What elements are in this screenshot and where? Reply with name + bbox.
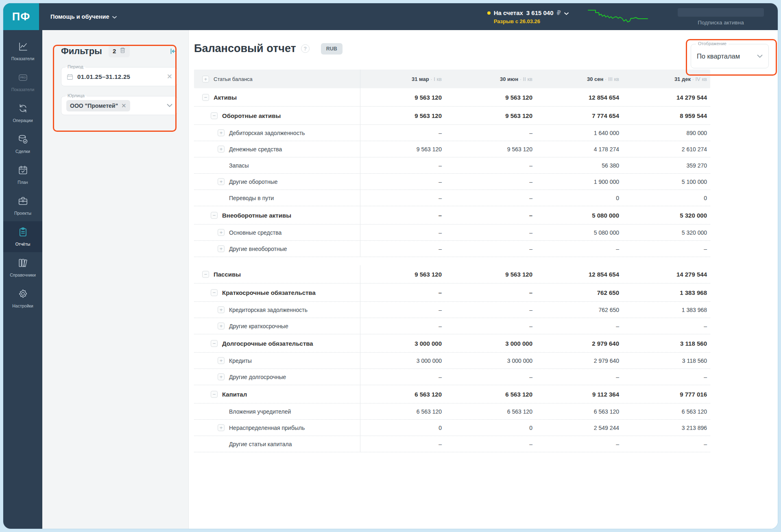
row-label: Другие краткосрочные xyxy=(229,323,288,329)
filters-count-badge[interactable]: 2 xyxy=(109,45,130,57)
expand-row-icon[interactable]: + xyxy=(218,373,225,380)
collapse-row-icon[interactable]: − xyxy=(211,391,218,398)
collapse-row-icon[interactable]: − xyxy=(202,94,209,101)
sidebar-item-handbooks[interactable]: Справочники xyxy=(3,252,42,283)
cell-value: 9 112 364 xyxy=(532,391,619,398)
expand-row-icon[interactable]: + xyxy=(218,424,225,431)
line-chart-icon xyxy=(17,41,28,53)
table-header-row: + Статьи баланса 31 мар · I кв30 июн · I… xyxy=(194,70,710,88)
help-menu-button[interactable]: Помощь и обучение xyxy=(50,13,117,20)
cell-value: 1 383 968 xyxy=(619,307,707,313)
row-label: Денежные средства xyxy=(229,146,282,153)
cell-value: 1 900 000 xyxy=(532,179,619,185)
expand-all-icon[interactable]: + xyxy=(202,76,209,83)
cell-value: – xyxy=(360,323,442,329)
collapse-row-icon[interactable]: − xyxy=(202,271,209,278)
cell-value: 2 979 640 xyxy=(532,340,619,347)
app-logo[interactable]: ПФ xyxy=(3,3,39,30)
chevron-down-icon[interactable] xyxy=(167,104,172,107)
sidebar-item-reports[interactable]: Отчёты xyxy=(3,221,42,252)
page-title: Балансовый отчет xyxy=(194,42,296,55)
sidebar-item-indicators[interactable]: Показатели xyxy=(3,36,42,67)
row-label: Другие внеоборотные xyxy=(229,246,287,252)
collapse-panel-icon[interactable] xyxy=(169,47,178,56)
sidebar-item-indicators-pro[interactable]: PROПоказатели xyxy=(3,67,42,98)
expand-row-icon[interactable]: + xyxy=(218,178,225,185)
sidebar-item-operations[interactable]: Операции xyxy=(3,98,42,129)
expand-row-icon[interactable]: + xyxy=(218,357,225,364)
cell-value: – xyxy=(360,307,442,313)
expand-row-icon[interactable]: + xyxy=(218,129,225,136)
svg-text:PRO: PRO xyxy=(20,76,26,79)
cell-value: 6 563 120 xyxy=(360,408,442,415)
report-main: Балансовый отчет ? RUB Отображение По кв… xyxy=(189,30,778,529)
cell-value: 6 563 120 xyxy=(442,391,532,398)
sidebar-item-deals[interactable]: Сделки xyxy=(3,129,42,159)
row-label: Вложения учредителей xyxy=(229,408,291,415)
cell-value: 9 563 120 xyxy=(360,94,442,101)
collapse-row-icon[interactable]: − xyxy=(211,289,218,296)
period-field[interactable]: Период 01.01.25–31.12.25 ✕ xyxy=(61,67,178,86)
sidebar-item-label: Справочники xyxy=(10,273,36,277)
cell-value: 5 080 000 xyxy=(532,212,619,219)
cell-value: – xyxy=(442,289,532,296)
topbar: ПФ Помощь и обучение На счетах 3 615 040… xyxy=(3,3,778,30)
cell-value: 6 563 120 xyxy=(442,408,532,415)
currency-badge[interactable]: RUB xyxy=(321,43,343,55)
expand-row-icon[interactable]: + xyxy=(218,306,225,313)
cell-value: – xyxy=(360,229,442,236)
table-row: −Капитал6 563 1206 563 1209 112 3649 777… xyxy=(194,385,710,403)
expand-row-icon[interactable]: + xyxy=(218,229,225,236)
collapse-row-icon[interactable]: − xyxy=(211,112,218,119)
cell-value: 0 xyxy=(619,195,707,201)
subscription-block: Подписка активна xyxy=(678,8,764,26)
display-mode-select[interactable]: Отображение По кварталам xyxy=(691,44,769,68)
table-row: +Денежные средства9 563 1209 563 1204 17… xyxy=(194,141,710,157)
cell-value: – xyxy=(442,374,532,380)
accounts-summary[interactable]: На счетах 3 615 040 ₽ Разрыв с 26.03.26 xyxy=(487,9,569,24)
subscription-status: Подписка активна xyxy=(698,20,744,26)
cell-value: 6 563 120 xyxy=(619,408,707,415)
cell-value: 5 100 000 xyxy=(619,179,707,185)
sidebar-item-label: Проекты xyxy=(14,211,31,216)
cell-value: 5 320 000 xyxy=(619,229,707,236)
sidebar-item-plan[interactable]: План xyxy=(3,159,42,190)
cell-value: 2 549 244 xyxy=(532,425,619,431)
cell-value: 5 080 000 xyxy=(532,229,619,236)
expand-row-icon[interactable]: + xyxy=(218,323,225,329)
trash-icon[interactable] xyxy=(120,47,126,55)
cell-value: 3 000 000 xyxy=(442,340,532,347)
cell-value: – xyxy=(442,212,532,219)
row-label: Другие оборотные xyxy=(229,179,278,185)
sidebar-item-label: Операции xyxy=(13,118,33,123)
collapse-row-icon[interactable]: − xyxy=(211,212,218,219)
cell-value: – xyxy=(360,179,442,185)
cell-value: – xyxy=(619,246,707,252)
remove-entity-icon[interactable]: ✕ xyxy=(121,102,127,109)
column-header: 31 мар · I кв xyxy=(360,76,442,82)
cell-value: 3 118 560 xyxy=(619,358,707,364)
help-icon[interactable]: ? xyxy=(301,44,310,53)
entity-chip[interactable]: ООО "Прометей" ✕ xyxy=(66,100,130,111)
chevron-down-icon xyxy=(564,9,569,17)
sidebar-item-settings[interactable]: Настройки xyxy=(3,283,42,314)
entity-field-label: Юрлица xyxy=(65,93,87,98)
cell-value: – xyxy=(360,195,442,201)
cell-value: 0 xyxy=(442,425,532,431)
table-body: −Активы9 563 1209 563 12012 854 65414 27… xyxy=(194,88,710,452)
row-label: Краткосрочные обязательства xyxy=(222,289,316,296)
filters-count: 2 xyxy=(113,48,116,55)
table-row: +Другие оборотные––1 900 0005 100 000 xyxy=(194,174,710,190)
clear-period-icon[interactable]: ✕ xyxy=(167,73,172,80)
sidebar-item-projects[interactable]: Проекты xyxy=(3,190,42,221)
cell-value: 9 563 120 xyxy=(360,112,442,119)
sync-icon xyxy=(17,103,28,115)
books-icon xyxy=(17,257,28,269)
row-label: Переводы в пути xyxy=(229,195,274,201)
cell-value: – xyxy=(619,441,707,447)
expand-row-icon[interactable]: + xyxy=(218,245,225,252)
table-row: +Основные средства––5 080 0005 320 000 xyxy=(194,225,710,241)
expand-row-icon[interactable]: + xyxy=(218,146,225,153)
entity-field[interactable]: Юрлица ООО "Прометей" ✕ xyxy=(61,96,178,115)
collapse-row-icon[interactable]: − xyxy=(211,340,218,347)
